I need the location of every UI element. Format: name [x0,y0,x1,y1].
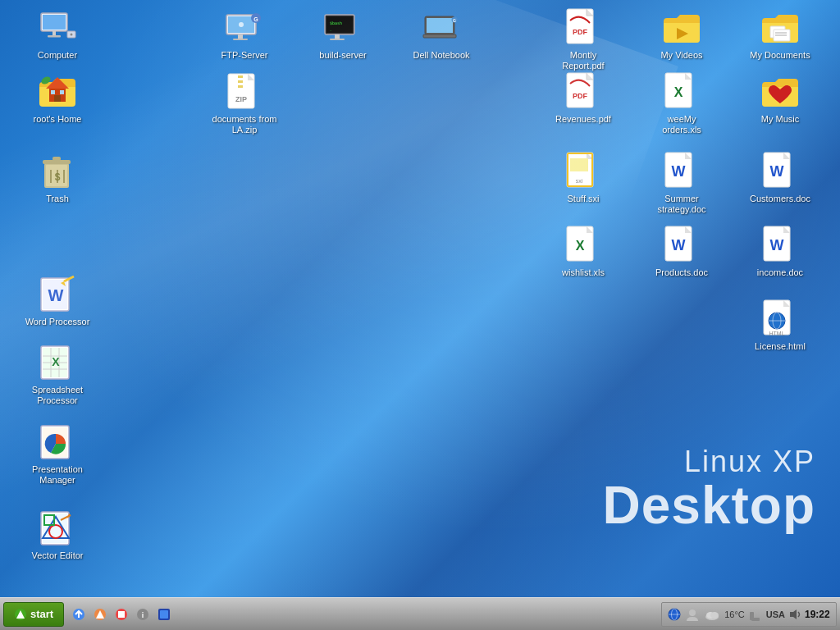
quick-launch: i [69,605,174,624]
my-videos-icon-img [662,8,701,48]
documents-zip-icon-img: ZIP [225,72,264,112]
icon-presentation-manager[interactable]: Presentation Manager [25,422,90,486]
icon-products-doc[interactable]: W Products.doc [649,226,714,278]
icon-wishlist-xls[interactable]: X wishlist.xls [550,226,616,278]
word-processor-icon-img: W [38,275,77,314]
icon-dell-notebook[interactable]: G Dell Notebook [409,8,474,61]
icon-income-doc-label: income.doc [757,267,803,278]
icon-stuff-sxi[interactable]: sxi Stuff.sxi [550,152,616,204]
icon-ftp-server[interactable]: G FTP-Server [212,8,277,61]
tray-weather[interactable] [703,607,721,622]
svg-rect-130 [751,618,760,621]
icon-weekly-orders[interactable]: X weeMy orders.xls [649,72,714,135]
icon-my-videos[interactable]: My Videos [649,8,714,61]
svg-text:X: X [674,85,683,99]
icon-vector-editor[interactable]: Vector Editor [25,509,90,561]
tray-user[interactable] [685,607,700,622]
quicklaunch-btn1[interactable] [69,605,89,624]
income-doc-icon-img: W [760,226,800,265]
wishlist-xls-icon-img: X [564,226,603,265]
icon-roots-home-label: root's Home [34,114,82,125]
icon-vector-editor-label: Vector Editor [32,550,84,561]
svg-rect-18 [330,39,345,40]
icon-spreadsheet-processor-label: Spreadsheet Processor [25,385,90,406]
svg-rect-36 [54,95,61,102]
icon-license-html[interactable]: HTML License.html [747,299,813,352]
svg-rect-121 [160,610,168,619]
icon-roots-home[interactable]: root's Home [25,72,90,125]
svg-rect-21 [423,34,456,38]
taskbar-middle [174,598,661,630]
icon-word-processor[interactable]: W Word Processor [25,275,90,327]
computer-icon-img [38,8,77,48]
tray-time[interactable]: 19:22 [805,609,831,620]
icon-customers-doc[interactable]: W Customers.doc [747,152,813,204]
icon-my-music[interactable]: My Music [747,72,813,125]
svg-text:W: W [48,286,64,304]
svg-text:ZIP: ZIP [235,95,247,103]
icon-computer-label: Computer [38,50,77,61]
license-html-icon-img: HTML [760,299,800,339]
tray-signal[interactable] [748,607,763,622]
svg-text:W: W [770,163,784,180]
quicklaunch-btn4[interactable]: i [133,605,153,624]
icon-my-videos-label: My Videos [660,50,702,61]
icon-documents-zip[interactable]: ZIP documents from LA.zip [212,72,277,135]
start-button[interactable]: start [3,602,64,627]
icon-customers-doc-label: Customers.doc [750,194,810,204]
tray-temperature: 16°C [724,609,745,619]
icon-license-html-label: License.html [755,341,806,352]
svg-rect-38 [60,90,64,94]
icon-spreadsheet-processor[interactable]: X Spreadsheet Processor [25,343,90,406]
quicklaunch-btn2[interactable] [90,605,110,624]
svg-text:G: G [453,18,456,23]
icon-revenues-pdf-label: Revenues.pdf [555,114,611,125]
svg-rect-57 [52,157,61,161]
summer-strategy-icon-img: W [662,152,701,191]
icon-revenues-pdf[interactable]: PDF Revenues.pdf [550,72,616,125]
icon-computer[interactable]: Computer [25,8,90,61]
svg-rect-37 [51,90,55,94]
icon-income-doc[interactable]: W income.doc [747,226,813,278]
icon-montly-report[interactable]: PDF Montly Report.pdf [550,8,616,71]
system-tray: 16°C USA 19:22 [661,602,837,627]
svg-rect-17 [335,34,340,39]
icon-products-doc-label: Products.doc [655,267,708,278]
svg-rect-44 [238,85,243,88]
svg-rect-3 [48,35,61,38]
taskbar: start i [0,597,840,630]
tray-speaker[interactable] [788,608,801,621]
svg-text:$bash: $bash [330,21,342,25]
icon-my-documents[interactable]: My Documents [747,8,813,61]
icon-dell-label: Dell Notebook [413,50,469,61]
icon-summer-strategy-label: Summer strategy.doc [649,194,714,215]
icon-summer-strategy[interactable]: W Summer strategy.doc [649,152,714,215]
svg-text:W: W [672,237,686,253]
svg-rect-117 [118,611,125,618]
icon-trash[interactable]: $ Trash [25,152,90,204]
svg-rect-43 [238,80,243,83]
montly-report-icon-img: PDF [564,8,603,48]
svg-text:PDF: PDF [573,92,588,100]
my-documents-icon-img [760,8,800,48]
svg-text:HTML: HTML [769,331,784,336]
icon-documents-zip-label: documents from LA.zip [212,114,277,135]
icon-build-server[interactable]: $bash _ build-server [310,8,376,61]
svg-rect-65 [570,158,588,171]
svg-text:X: X [52,355,60,368]
svg-point-8 [239,22,244,27]
desktop-icons: Computer G FTP-Server [0,0,840,597]
start-label: start [30,608,53,620]
icon-montly-report-label: Montly Report.pdf [550,50,616,71]
customers-doc-icon-img: W [760,152,800,191]
quicklaunch-btn3[interactable] [112,605,131,624]
tray-network[interactable] [667,607,682,622]
svg-rect-9 [238,34,243,39]
icon-word-processor-label: Word Processor [25,317,90,327]
svg-rect-42 [238,75,243,78]
desktop: Linux XP Desktop Computer [0,0,840,597]
dell-notebook-icon-img: G [422,8,461,48]
my-music-icon-img [760,72,800,112]
svg-marker-131 [790,609,797,619]
quicklaunch-btn5[interactable] [154,605,174,624]
